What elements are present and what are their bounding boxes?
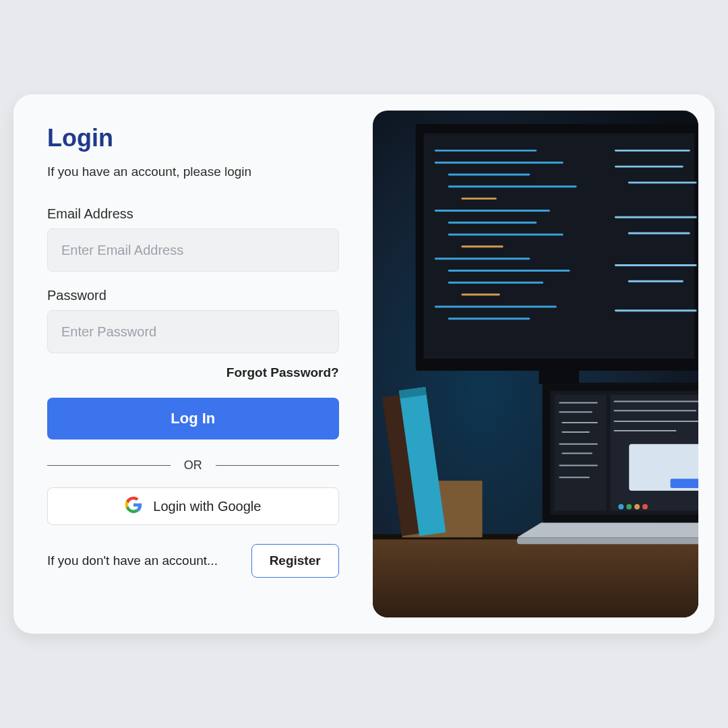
register-prompt: If you don't have an account...	[47, 553, 218, 568]
svg-point-54	[642, 504, 648, 510]
register-button[interactable]: Register	[251, 544, 339, 578]
login-form: Login If you have an account, please log…	[30, 111, 357, 617]
divider: OR	[47, 458, 339, 473]
svg-point-52	[626, 504, 632, 510]
svg-point-51	[618, 504, 624, 510]
hero-image	[373, 111, 698, 617]
forgot-password-link[interactable]: Forgot Password?	[47, 365, 339, 380]
svg-rect-38	[670, 479, 698, 488]
google-icon	[125, 496, 142, 517]
page-subtitle: If you have an account, please login	[47, 164, 339, 179]
google-button-label: Login with Google	[153, 499, 261, 514]
password-label: Password	[47, 288, 339, 303]
password-field[interactable]	[47, 310, 339, 353]
login-button[interactable]: Log In	[47, 398, 339, 439]
svg-rect-1	[373, 537, 698, 617]
svg-marker-55	[517, 522, 698, 537]
divider-line-right	[216, 465, 339, 466]
svg-point-53	[634, 504, 640, 510]
email-label: Email Address	[47, 206, 339, 222]
register-row: If you don't have an account... Register	[47, 544, 339, 578]
svg-rect-56	[517, 537, 698, 544]
page-title: Login	[47, 124, 339, 152]
login-card: Login If you have an account, please log…	[13, 94, 715, 634]
svg-rect-32	[539, 371, 578, 384]
email-field[interactable]	[47, 229, 339, 272]
divider-label: OR	[184, 458, 202, 473]
google-login-button[interactable]: Login with Google	[47, 487, 339, 525]
divider-line-left	[47, 465, 171, 466]
